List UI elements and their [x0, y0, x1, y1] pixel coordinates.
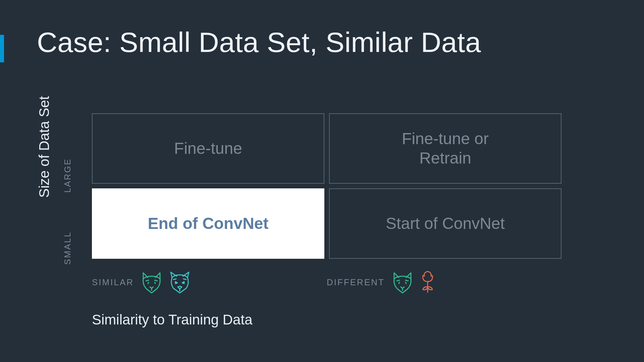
cell-large-similar: Fine-tune [92, 113, 324, 184]
x-label-similar-group: SIMILAR [92, 270, 327, 294]
dog-icon [391, 270, 414, 294]
y-axis-label-large: LARGE [62, 158, 73, 193]
slide-title: Case: Small Data Set, Similar Data [37, 26, 481, 59]
accent-bar [0, 35, 4, 62]
y-axis-label-small: SMALL [62, 231, 73, 265]
x-label-different-group: DIFFERENT [327, 270, 561, 294]
y-axis-title: Size of Data Set [36, 96, 52, 198]
x-axis-label-different: DIFFERENT [327, 277, 385, 288]
cell-small-different: Start of ConvNet [329, 188, 561, 259]
cell-large-different: Fine-tune or Retrain [329, 113, 561, 184]
flower-icon [420, 270, 436, 294]
x-axis-label-similar: SIMILAR [92, 277, 134, 288]
dog-icon [141, 270, 163, 294]
x-axis-title: Similarity to Training Data [92, 312, 253, 328]
cell-small-similar: End of ConvNet [92, 188, 324, 259]
cell-label: Fine-tune or Retrain [402, 129, 489, 168]
matrix-grid: Fine-tune Fine-tune or Retrain End of Co… [92, 113, 561, 259]
x-axis-labels: SIMILAR [92, 270, 561, 294]
wolf-icon [169, 270, 191, 294]
